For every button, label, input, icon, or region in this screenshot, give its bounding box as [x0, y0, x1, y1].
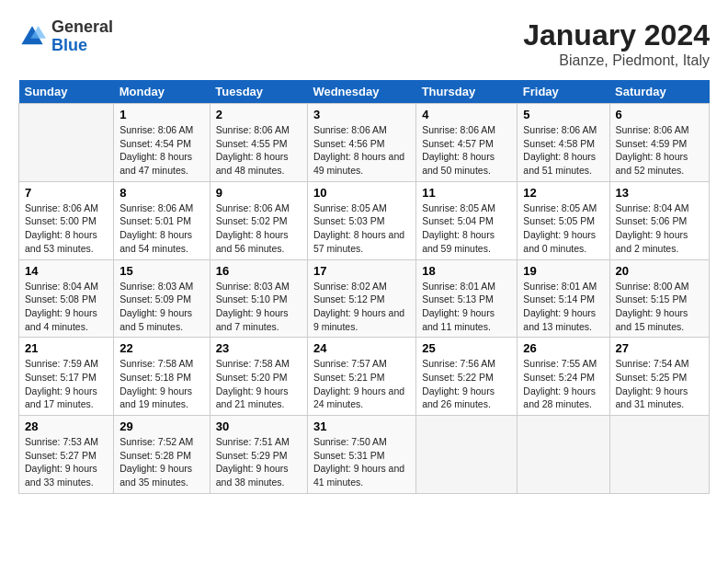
- day-info: Sunrise: 8:06 AMSunset: 5:00 PMDaylight:…: [25, 201, 108, 256]
- day-info: Sunrise: 8:00 AMSunset: 5:15 PMDaylight:…: [616, 280, 704, 334]
- logo: General Blue: [18, 18, 113, 55]
- day-cell: 30Sunrise: 7:51 AMSunset: 5:29 PMDayligh…: [210, 416, 307, 494]
- day-cell: 12Sunrise: 8:05 AMSunset: 5:05 PMDayligh…: [518, 181, 609, 259]
- day-info: Sunrise: 8:01 AMSunset: 5:13 PMDaylight:…: [422, 280, 511, 334]
- day-cell: [19, 104, 114, 182]
- day-cell: 1Sunrise: 8:06 AMSunset: 4:54 PMDaylight…: [114, 104, 210, 182]
- day-info: Sunrise: 8:05 AMSunset: 5:04 PMDaylight:…: [422, 201, 511, 256]
- week-row-4: 21Sunrise: 7:59 AMSunset: 5:17 PMDayligh…: [19, 338, 710, 416]
- day-cell: 3Sunrise: 8:06 AMSunset: 4:56 PMDaylight…: [307, 104, 415, 182]
- day-info: Sunrise: 8:03 AMSunset: 5:10 PMDaylight:…: [216, 280, 301, 334]
- day-info: Sunrise: 8:01 AMSunset: 5:14 PMDaylight:…: [523, 280, 603, 334]
- logo-text: General Blue: [51, 18, 113, 55]
- header-row: SundayMondayTuesdayWednesdayThursdayFrid…: [19, 80, 710, 104]
- day-number: 5: [523, 108, 603, 121]
- day-info: Sunrise: 8:03 AMSunset: 5:09 PMDaylight:…: [119, 280, 204, 334]
- day-number: 8: [119, 186, 204, 200]
- day-number: 17: [313, 264, 410, 278]
- day-cell: 9Sunrise: 8:06 AMSunset: 5:02 PMDaylight…: [210, 181, 307, 259]
- day-cell: 19Sunrise: 8:01 AMSunset: 5:14 PMDayligh…: [518, 259, 609, 338]
- day-cell: 15Sunrise: 8:03 AMSunset: 5:09 PMDayligh…: [114, 259, 210, 338]
- day-number: 28: [25, 419, 108, 433]
- logo-icon: [18, 23, 46, 51]
- day-cell: [518, 416, 609, 494]
- week-row-3: 14Sunrise: 8:04 AMSunset: 5:08 PMDayligh…: [19, 259, 710, 338]
- day-cell: 4Sunrise: 8:06 AMSunset: 4:57 PMDaylight…: [416, 104, 518, 182]
- calendar-table: SundayMondayTuesdayWednesdayThursdayFrid…: [18, 80, 710, 494]
- col-header-friday: Friday: [518, 80, 609, 104]
- day-info: Sunrise: 8:05 AMSunset: 5:05 PMDaylight:…: [523, 201, 603, 256]
- day-cell: 5Sunrise: 8:06 AMSunset: 4:58 PMDaylight…: [518, 104, 609, 182]
- day-info: Sunrise: 7:58 AMSunset: 5:18 PMDaylight:…: [119, 357, 204, 411]
- day-info: Sunrise: 7:50 AMSunset: 5:31 PMDaylight:…: [313, 435, 410, 489]
- day-number: 9: [216, 186, 301, 200]
- day-info: Sunrise: 8:06 AMSunset: 4:54 PMDaylight:…: [119, 123, 204, 178]
- col-header-monday: Monday: [114, 80, 210, 104]
- day-info: Sunrise: 7:57 AMSunset: 5:21 PMDaylight:…: [313, 357, 410, 411]
- day-info: Sunrise: 7:56 AMSunset: 5:22 PMDaylight:…: [422, 357, 511, 411]
- col-header-sunday: Sunday: [19, 80, 114, 104]
- day-cell: 7Sunrise: 8:06 AMSunset: 5:00 PMDaylight…: [19, 181, 114, 259]
- day-number: 18: [422, 264, 511, 278]
- day-number: 19: [523, 264, 603, 278]
- subtitle: Bianze, Piedmont, Italy: [523, 52, 710, 69]
- day-number: 7: [25, 186, 108, 200]
- day-cell: 21Sunrise: 7:59 AMSunset: 5:17 PMDayligh…: [19, 338, 114, 416]
- day-info: Sunrise: 7:59 AMSunset: 5:17 PMDaylight:…: [25, 357, 108, 411]
- day-info: Sunrise: 8:06 AMSunset: 5:01 PMDaylight:…: [119, 201, 204, 256]
- day-info: Sunrise: 8:04 AMSunset: 5:06 PMDaylight:…: [616, 201, 704, 256]
- day-number: 23: [216, 341, 301, 355]
- logo-blue: Blue: [51, 37, 113, 55]
- day-number: 15: [119, 264, 204, 278]
- day-number: 21: [25, 341, 108, 355]
- day-cell: 10Sunrise: 8:05 AMSunset: 5:03 PMDayligh…: [307, 181, 415, 259]
- day-number: 29: [119, 419, 204, 433]
- day-number: 13: [616, 186, 704, 200]
- day-number: 14: [25, 264, 108, 278]
- logo-general: General: [51, 18, 113, 37]
- day-info: Sunrise: 8:06 AMSunset: 4:58 PMDaylight:…: [523, 123, 603, 178]
- day-cell: 24Sunrise: 7:57 AMSunset: 5:21 PMDayligh…: [307, 338, 415, 416]
- day-number: 10: [313, 186, 410, 200]
- day-number: 26: [523, 341, 603, 355]
- day-cell: 18Sunrise: 8:01 AMSunset: 5:13 PMDayligh…: [416, 259, 518, 338]
- day-number: 20: [616, 264, 704, 278]
- day-number: 11: [422, 186, 511, 200]
- day-number: 1: [119, 108, 204, 121]
- col-header-tuesday: Tuesday: [210, 80, 307, 104]
- week-row-5: 28Sunrise: 7:53 AMSunset: 5:27 PMDayligh…: [19, 416, 710, 494]
- day-cell: 2Sunrise: 8:06 AMSunset: 4:55 PMDaylight…: [210, 104, 307, 182]
- day-cell: 22Sunrise: 7:58 AMSunset: 5:18 PMDayligh…: [114, 338, 210, 416]
- day-cell: 17Sunrise: 8:02 AMSunset: 5:12 PMDayligh…: [307, 259, 415, 338]
- col-header-thursday: Thursday: [416, 80, 518, 104]
- day-info: Sunrise: 8:06 AMSunset: 4:57 PMDaylight:…: [422, 123, 511, 178]
- day-cell: 11Sunrise: 8:05 AMSunset: 5:04 PMDayligh…: [416, 181, 518, 259]
- day-number: 2: [216, 108, 301, 121]
- day-info: Sunrise: 7:51 AMSunset: 5:29 PMDaylight:…: [216, 435, 301, 489]
- day-cell: 14Sunrise: 8:04 AMSunset: 5:08 PMDayligh…: [19, 259, 114, 338]
- week-row-2: 7Sunrise: 8:06 AMSunset: 5:00 PMDaylight…: [19, 181, 710, 259]
- day-info: Sunrise: 8:04 AMSunset: 5:08 PMDaylight:…: [25, 280, 108, 334]
- day-number: 16: [216, 264, 301, 278]
- week-row-1: 1Sunrise: 8:06 AMSunset: 4:54 PMDaylight…: [19, 104, 710, 182]
- day-number: 27: [616, 341, 704, 355]
- day-cell: 31Sunrise: 7:50 AMSunset: 5:31 PMDayligh…: [307, 416, 415, 494]
- day-number: 6: [616, 108, 704, 121]
- header: General Blue January 2024 Bianze, Piedmo…: [18, 18, 710, 69]
- day-info: Sunrise: 8:06 AMSunset: 4:55 PMDaylight:…: [216, 123, 301, 178]
- day-info: Sunrise: 8:06 AMSunset: 4:59 PMDaylight:…: [616, 123, 704, 178]
- main-title: January 2024: [523, 18, 710, 52]
- day-cell: 8Sunrise: 8:06 AMSunset: 5:01 PMDaylight…: [114, 181, 210, 259]
- day-number: 31: [313, 419, 410, 433]
- day-cell: [416, 416, 518, 494]
- day-cell: 25Sunrise: 7:56 AMSunset: 5:22 PMDayligh…: [416, 338, 518, 416]
- day-cell: 26Sunrise: 7:55 AMSunset: 5:24 PMDayligh…: [518, 338, 609, 416]
- col-header-saturday: Saturday: [609, 80, 710, 104]
- day-cell: 13Sunrise: 8:04 AMSunset: 5:06 PMDayligh…: [609, 181, 710, 259]
- day-cell: 29Sunrise: 7:52 AMSunset: 5:28 PMDayligh…: [114, 416, 210, 494]
- day-cell: 28Sunrise: 7:53 AMSunset: 5:27 PMDayligh…: [19, 416, 114, 494]
- day-info: Sunrise: 8:06 AMSunset: 5:02 PMDaylight:…: [216, 201, 301, 256]
- title-block: January 2024 Bianze, Piedmont, Italy: [523, 18, 710, 69]
- day-cell: 20Sunrise: 8:00 AMSunset: 5:15 PMDayligh…: [609, 259, 710, 338]
- day-number: 4: [422, 108, 511, 121]
